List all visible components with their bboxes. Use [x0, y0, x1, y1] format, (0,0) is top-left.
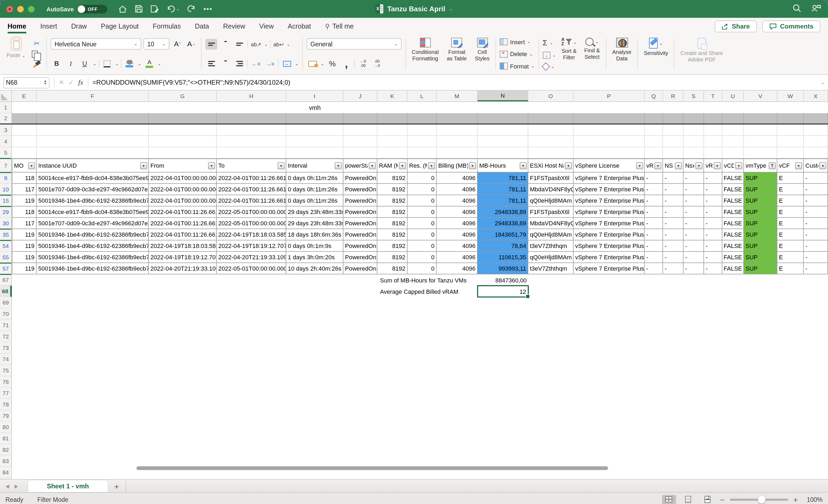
empty-cell[interactable] [286, 136, 343, 147]
document-title[interactable]: Tanzu Basic April [387, 5, 445, 13]
filter-button[interactable]: ▼ [28, 162, 35, 169]
empty-cell[interactable] [408, 125, 437, 136]
confirm-formula-icon[interactable]: ✓ [69, 79, 74, 86]
cell-uuid[interactable]: 5001e707-0d09-0c3d-e297-49c9662d07e2 [37, 184, 149, 195]
cell-vcd[interactable]: FALSE [722, 263, 744, 275]
cell-mo[interactable]: 118 [12, 172, 37, 184]
cell-to[interactable]: 2022-04-01T00:11:26.661 [217, 184, 286, 195]
cell-vcf[interactable]: E [777, 263, 804, 275]
increase-indent-button[interactable]: →≡ [264, 58, 276, 69]
empty-cell[interactable] [663, 136, 684, 147]
cell-mbh[interactable]: 2948338,89 [478, 218, 528, 229]
cell-billing[interactable]: 4096 [437, 206, 478, 218]
cell-ns[interactable]: - [663, 218, 684, 229]
row-header-29[interactable]: 29 [0, 206, 12, 218]
cell-esxi[interactable]: qQ0eHljd8MAm [528, 195, 574, 206]
cell-res[interactable]: 0 [408, 184, 437, 195]
empty-cell[interactable] [684, 125, 704, 136]
table-header-ram-m[interactable]: RAM (M▼ [377, 159, 408, 172]
column-header-V[interactable]: V [744, 91, 777, 101]
underline-button[interactable]: U [79, 58, 91, 69]
gray-band-cell[interactable] [663, 113, 684, 123]
cell-from[interactable]: 2022-04-19T18:18:03.585 [149, 241, 217, 252]
cell-mbh[interactable]: 781,11 [478, 195, 528, 206]
empty-cell[interactable] [217, 125, 286, 136]
table-header-vmtype[interactable]: vmType [744, 159, 777, 172]
cell-power[interactable]: PoweredOn [343, 195, 377, 206]
filter-button[interactable]: ▼ [675, 162, 682, 169]
cell-ram[interactable]: 8192 [377, 229, 408, 241]
empty-cell[interactable] [37, 125, 149, 136]
empty-cell[interactable] [408, 136, 437, 147]
wrap-text-chevron-icon[interactable]: ⌄ [287, 42, 290, 47]
format-painter-button[interactable] [31, 59, 43, 70]
empty-cell[interactable] [478, 147, 528, 159]
empty-cell[interactable] [217, 136, 286, 147]
cell-billing[interactable]: 4096 [437, 263, 478, 275]
cell-res[interactable]: 0 [408, 218, 437, 229]
row-header-55[interactable]: 55 [0, 252, 12, 263]
gray-band-cell[interactable] [37, 113, 149, 123]
cell-from[interactable]: 2022-04-01T00:11:26.661 [149, 229, 217, 241]
cell-vr[interactable]: - [704, 252, 722, 263]
cell-ram[interactable]: 8192 [377, 172, 408, 184]
zoom-slider[interactable] [730, 498, 788, 501]
filter-button[interactable]: ▼ [428, 162, 435, 169]
empty-cell[interactable] [377, 147, 408, 159]
row-header-67[interactable]: 67 [0, 275, 12, 286]
cell-nsxf[interactable]: - [684, 218, 704, 229]
tab-draw[interactable]: Draw [71, 18, 87, 35]
cell-nsxf[interactable]: - [684, 184, 704, 195]
cell-interval[interactable]: 0 days 0h:11m:26s [286, 195, 343, 206]
empty-cell[interactable] [286, 147, 343, 159]
cell-mo[interactable]: 117 [12, 184, 37, 195]
row-header-79[interactable]: 79 [0, 410, 12, 422]
empty-cell[interactable] [437, 125, 478, 136]
cell-to[interactable]: 2022-04-01T00:11:26.661 [217, 172, 286, 184]
cell-interval[interactable]: 29 days 23h:48m:33s [286, 206, 343, 218]
cell-interval[interactable]: 0 days 0h:11m:26s [286, 172, 343, 184]
align-left-button[interactable] [205, 58, 217, 69]
wrap-text-button[interactable]: ab↩ [273, 39, 285, 50]
formula-bar-expand-icon[interactable]: ⌄ [821, 80, 825, 85]
decrease-indent-button[interactable]: ←≡ [250, 58, 262, 69]
close-button[interactable] [6, 6, 13, 12]
cell-interval[interactable]: 18 days 18h:6m:36s [286, 229, 343, 241]
cell-cust[interactable]: - [804, 241, 828, 252]
empty-cell[interactable] [12, 147, 37, 159]
cell-vr[interactable]: - [704, 195, 722, 206]
empty-cell[interactable] [478, 125, 528, 136]
table-header-esxi-host-nam[interactable]: ESXi Host Nam▼ [528, 159, 574, 172]
cell-power[interactable]: PoweredOn [343, 252, 377, 263]
cell-res[interactable]: 0 [408, 252, 437, 263]
filter-button[interactable]: ▼ [714, 162, 721, 169]
column-header-T[interactable]: T [704, 91, 722, 101]
empty-cell[interactable] [704, 147, 722, 159]
align-center-button[interactable] [219, 58, 231, 69]
cancel-formula-icon[interactable]: ✕ [59, 79, 64, 86]
filter-button[interactable]: ▼ [399, 162, 406, 169]
gray-band-cell[interactable] [804, 113, 828, 123]
cell-res[interactable]: 0 [408, 195, 437, 206]
zoom-slider-thumb[interactable] [758, 496, 765, 503]
cell-to[interactable]: 2022-04-20T21:19:33.109 [217, 252, 286, 263]
cell-interval[interactable]: 0 days 0h:1m:9s [286, 241, 343, 252]
cell-vmtype[interactable]: SUP [744, 229, 777, 241]
tab-formulas[interactable]: Formulas [153, 18, 181, 35]
gray-band-cell[interactable] [722, 113, 744, 123]
cell-mo[interactable]: 117 [12, 218, 37, 229]
empty-cell[interactable] [343, 136, 377, 147]
table-header-mo[interactable]: MO▼ [12, 159, 37, 172]
empty-cell[interactable] [744, 125, 777, 136]
autosave-toggle[interactable]: OFF [77, 5, 107, 13]
cell-mbh[interactable]: 110615,35 [478, 252, 528, 263]
copy-button[interactable]: ⌄ [31, 48, 43, 59]
selected-cell[interactable]: 12 [477, 285, 529, 298]
cell-vroi[interactable]: - [645, 252, 663, 263]
cell-esxi[interactable]: MbdaVD4NF8yQ [528, 184, 574, 195]
gray-band-cell[interactable] [645, 113, 663, 123]
column-header-H[interactable]: H [217, 91, 286, 101]
column-header-O[interactable]: O [528, 91, 574, 101]
merge-center-button[interactable]: ↔ [281, 58, 293, 69]
cell-billing[interactable]: 4096 [437, 184, 478, 195]
